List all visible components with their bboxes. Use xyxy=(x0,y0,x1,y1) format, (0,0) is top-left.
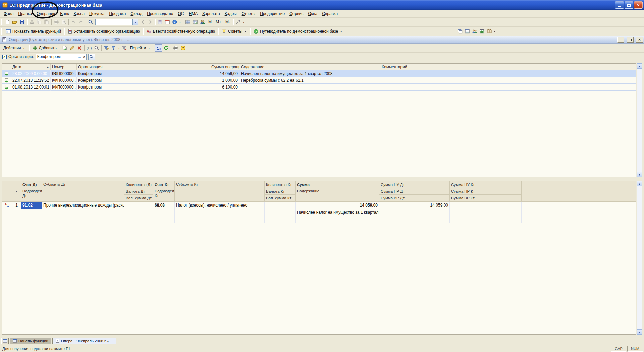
dropdown-arrow-icon[interactable]: ▾ xyxy=(178,21,182,24)
cell-empty[interactable] xyxy=(124,216,153,223)
new-document-button[interactable] xyxy=(4,18,11,26)
cell-org[interactable]: Конфетпром xyxy=(77,70,210,77)
operation-row[interactable]: 01.08.2013 12:00:01КФП000000...Конфетпро… xyxy=(2,84,636,91)
cell-comment[interactable] xyxy=(380,70,636,77)
header-row-number-column[interactable]: ▲ xyxy=(12,181,21,201)
menu-item-5[interactable]: Покупка xyxy=(87,10,107,17)
find-next-button[interactable] xyxy=(147,18,154,26)
quick-search-combo[interactable]: ▾ xyxy=(95,19,138,25)
save-button[interactable] xyxy=(18,18,26,26)
header-quantity-dt[interactable]: Количество Дт xyxy=(124,181,153,188)
cell-content[interactable] xyxy=(239,84,380,91)
cell-number[interactable]: КФП000000... xyxy=(51,84,77,91)
header-sum-nu-dt[interactable]: Сумма НУ Дт xyxy=(379,181,450,188)
menu-item-1[interactable]: Правка xyxy=(16,10,35,17)
account-kt-cell[interactable]: 68.08 xyxy=(153,202,175,209)
amount-cell[interactable]: 14 059,00 xyxy=(296,202,379,209)
memory-recall-button[interactable]: M xyxy=(206,19,214,25)
print-preview-button[interactable] xyxy=(60,18,67,26)
header-sum-pr-kt[interactable]: Сумма ПР Кт xyxy=(450,188,522,195)
child-close-button[interactable]: × xyxy=(636,37,643,43)
menu-item-15[interactable]: Сервис xyxy=(287,10,306,17)
choose-button[interactable]: ... xyxy=(77,55,82,59)
goto-menu-button[interactable]: Перейти▾ xyxy=(128,45,153,51)
windows-menu-button[interactable] xyxy=(1,338,9,344)
child-restore-button[interactable] xyxy=(627,37,634,43)
cell-empty[interactable] xyxy=(124,209,153,216)
header-sum-nu-kt[interactable]: Сумма НУ Кт xyxy=(450,181,522,188)
refresh-button[interactable] xyxy=(162,44,170,52)
show-totals-button[interactable]: Σн xyxy=(155,44,162,52)
header-currency-amount-kt[interactable]: Вал. сумма Кт xyxy=(265,195,296,201)
open-button[interactable] xyxy=(11,18,18,26)
dropdown-arrow-icon[interactable]: ▾ xyxy=(493,30,496,33)
clear-value-button[interactable]: × xyxy=(82,55,86,59)
horizontal-splitter[interactable] xyxy=(0,179,644,181)
operations-vertical-scrollbar[interactable]: ▲ ▼ xyxy=(637,63,642,177)
show-function-panel-button[interactable]: Показать панель функций xyxy=(4,28,63,35)
child-minimize-button[interactable] xyxy=(617,37,624,43)
memory-add-button[interactable]: M+ xyxy=(214,19,223,25)
demo-guide-button[interactable]: ?Путеводитель по демонстрационной базе▾ xyxy=(251,28,345,35)
filter-by-value-button[interactable] xyxy=(103,44,110,52)
cell-amount[interactable]: 14 059,00 xyxy=(210,70,239,77)
maximize-button[interactable] xyxy=(625,1,633,9)
help-button[interactable]: ? xyxy=(179,44,187,52)
header-subconto-dt[interactable]: Субконто Дт xyxy=(42,181,124,201)
posting-type-icon[interactable]: ДтКт xyxy=(2,202,12,223)
memory-subtract-button[interactable]: M- xyxy=(223,19,232,25)
active-users-button[interactable] xyxy=(199,18,206,26)
undo-button[interactable] xyxy=(70,18,77,26)
calendar-button[interactable] xyxy=(164,18,171,26)
postings-vertical-scrollbar[interactable]: ▲ ▼ xyxy=(637,181,642,335)
cell-empty[interactable] xyxy=(450,202,522,209)
menu-item-9[interactable]: ОС xyxy=(175,10,186,17)
cell-empty[interactable] xyxy=(21,209,42,216)
cell-empty[interactable] xyxy=(265,202,296,209)
cell-empty[interactable] xyxy=(296,216,379,223)
cell-comment[interactable] xyxy=(380,84,636,91)
subconto-kt-cell[interactable]: Налог (взносы): начислено / уплачено xyxy=(175,202,265,209)
calculator-button[interactable] xyxy=(156,18,164,26)
header-number[interactable]: Номер xyxy=(51,64,77,70)
copy-row-button[interactable] xyxy=(61,44,68,52)
set-date-interval-button[interactable]: () xyxy=(86,44,93,52)
scroll-up-button[interactable]: ▲ xyxy=(637,63,642,69)
dropdown-arrow-icon[interactable]: ▾ xyxy=(242,21,245,24)
cell-amount[interactable]: 1 000,00 xyxy=(210,77,239,84)
header-comment[interactable]: Комментарий xyxy=(380,64,636,70)
posting-row-number[interactable]: 1 xyxy=(12,202,21,223)
header-marker-column[interactable] xyxy=(2,64,11,70)
cell-date[interactable]: 28.02.2009 0:00:00 xyxy=(11,70,51,77)
reference-book-button[interactable] xyxy=(486,27,493,35)
cell-empty[interactable] xyxy=(379,216,450,223)
menu-item-7[interactable]: Склад xyxy=(128,10,145,17)
menu-item-6[interactable]: Продажа xyxy=(107,10,128,17)
cell-empty[interactable] xyxy=(21,216,42,223)
menu-item-16[interactable]: Окна xyxy=(306,10,320,17)
cell-empty[interactable] xyxy=(42,209,124,216)
menu-item-12[interactable]: Кадры xyxy=(222,10,239,17)
find-by-number-button[interactable] xyxy=(93,44,100,52)
filter-and-sort-button[interactable] xyxy=(110,44,117,52)
cell-amount[interactable]: 6 100,00 xyxy=(210,84,239,91)
menu-item-8[interactable]: Производство xyxy=(145,10,175,17)
header-amount[interactable]: Сумма операции xyxy=(210,64,239,70)
toolbar-grip[interactable] xyxy=(1,28,2,35)
menu-item-11[interactable]: Зарплата xyxy=(200,10,222,17)
cell-empty[interactable] xyxy=(175,216,265,223)
find-previous-button[interactable] xyxy=(139,18,147,26)
header-sum[interactable]: Сумма xyxy=(296,181,379,188)
amount-nu-dt-cell[interactable]: 14 059,00 xyxy=(379,202,450,209)
redo-button[interactable] xyxy=(77,18,85,26)
minimize-button[interactable] xyxy=(615,1,624,9)
operation-row[interactable]: 28.02.2009 0:00:00КФП000000...Конфетпром… xyxy=(2,70,636,77)
cell-org[interactable]: Конфетпром xyxy=(77,84,210,91)
print-button[interactable] xyxy=(53,18,60,26)
header-sum-pr-dt[interactable]: Сумма ПР Дт xyxy=(379,188,450,195)
header-currency-amount-dt[interactable]: Вал. сумма Дт xyxy=(124,195,153,201)
menu-item-0[interactable]: Файл xyxy=(1,10,16,17)
open-value-button[interactable] xyxy=(88,54,95,60)
header-account-dt[interactable]: Счет Дт xyxy=(21,181,42,188)
text-document-button[interactable] xyxy=(192,18,199,26)
